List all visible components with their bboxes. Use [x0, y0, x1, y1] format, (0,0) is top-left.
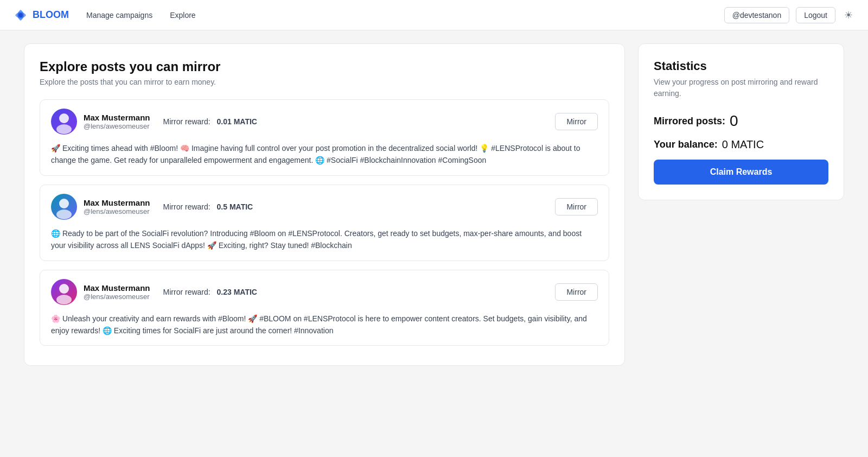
svg-point-6: [56, 295, 72, 304]
bloom-logo-icon: [13, 8, 28, 23]
author-name-2: Max Mustermann: [84, 198, 150, 207]
avatar-1: [51, 109, 77, 135]
logo-text: BLOOM: [33, 9, 69, 21]
post-body-3: 🌸 Unleash your creativity and earn rewar…: [51, 313, 598, 337]
author-handle-3: @lens/awesomeuser: [84, 293, 150, 301]
post-header-2: Max Mustermann @lens/awesomeuser Mirror …: [51, 194, 598, 220]
balance-value: 0 MATIC: [722, 138, 764, 151]
mirror-button-1[interactable]: Mirror: [555, 113, 598, 130]
post-header-1: Max Mustermann @lens/awesomeuser Mirror …: [51, 109, 598, 135]
mirrored-label: Mirrored posts:: [654, 116, 725, 127]
stats-panel: Statistics View your progress on post mi…: [638, 43, 844, 200]
navbar-right: @devtestanon Logout ☀: [724, 7, 855, 23]
reward-prefix-2: Mirror reward:: [163, 202, 210, 211]
svg-point-2: [56, 124, 72, 134]
balance-label: Your balance:: [654, 139, 718, 150]
svg-point-5: [59, 284, 69, 294]
author-handle-2: @lens/awesomeuser: [84, 207, 150, 215]
mirror-button-3[interactable]: Mirror: [555, 283, 598, 301]
svg-point-3: [59, 199, 69, 208]
post-card-3: Max Mustermann @lens/awesomeuser Mirror …: [40, 270, 609, 346]
post-header-3: Max Mustermann @lens/awesomeuser Mirror …: [51, 279, 598, 305]
main-content: Explore posts you can mirror Explore the…: [11, 30, 857, 379]
post-body-2: 🌐 Ready to be part of the SocialFi revol…: [51, 227, 598, 252]
author-handle-1: @lens/awesomeuser: [84, 122, 150, 130]
post-author-1: Max Mustermann @lens/awesomeuser: [51, 109, 150, 135]
mirrored-value: 0: [730, 112, 738, 130]
navbar: BLOOM Manage campaigns Explore @devtesta…: [0, 0, 868, 30]
post-author-3: Max Mustermann @lens/awesomeuser: [51, 279, 150, 305]
reward-prefix-1: Mirror reward:: [163, 117, 210, 126]
posts-panel: Explore posts you can mirror Explore the…: [24, 43, 625, 366]
post-card-2: Max Mustermann @lens/awesomeuser Mirror …: [40, 185, 609, 261]
posts-subtitle: Explore the posts that you can mirror to…: [40, 78, 609, 86]
reward-prefix-3: Mirror reward:: [163, 288, 210, 296]
post-author-2: Max Mustermann @lens/awesomeuser: [51, 194, 150, 220]
post-reward-3: Mirror reward: 0.23 MATIC: [163, 288, 556, 296]
posts-title: Explore posts you can mirror: [40, 59, 609, 74]
svg-point-1: [59, 113, 69, 123]
nav-manage-campaigns[interactable]: Manage campaigns: [86, 11, 152, 20]
author-info-1: Max Mustermann @lens/awesomeuser: [84, 113, 150, 130]
author-info-3: Max Mustermann @lens/awesomeuser: [84, 283, 150, 301]
post-reward-2: Mirror reward: 0.5 MATIC: [163, 202, 556, 211]
stats-subtitle: View your progress on post mirroring and…: [654, 77, 828, 99]
post-body-1: 🚀 Exciting times ahead with #Bloom! 🧠 Im…: [51, 142, 598, 167]
balance-row: Your balance: 0 MATIC: [654, 138, 828, 151]
post-reward-1: Mirror reward: 0.01 MATIC: [163, 117, 556, 126]
post-card-1: Max Mustermann @lens/awesomeuser Mirror …: [40, 99, 609, 176]
user-badge: @devtestanon: [724, 7, 790, 23]
svg-point-0: [18, 13, 23, 17]
theme-toggle-button[interactable]: ☀: [842, 7, 855, 23]
mirror-button-2[interactable]: Mirror: [555, 198, 598, 215]
stats-title: Statistics: [654, 59, 828, 73]
author-name-3: Max Mustermann: [84, 283, 150, 293]
author-info-2: Max Mustermann @lens/awesomeuser: [84, 198, 150, 215]
avatar-2: [51, 194, 77, 220]
mirrored-posts-row: Mirrored posts: 0: [654, 112, 828, 130]
navbar-left: BLOOM Manage campaigns Explore: [13, 8, 196, 23]
nav-explore[interactable]: Explore: [170, 11, 195, 20]
avatar-3: [51, 279, 77, 305]
claim-rewards-button[interactable]: Claim Rewards: [654, 160, 828, 185]
reward-amount-3: 0.23 MATIC: [217, 288, 257, 296]
reward-amount-1: 0.01 MATIC: [217, 117, 257, 126]
logo[interactable]: BLOOM: [13, 8, 69, 23]
logout-button[interactable]: Logout: [796, 7, 835, 23]
author-name-1: Max Mustermann: [84, 113, 150, 122]
svg-point-4: [56, 210, 72, 219]
reward-amount-2: 0.5 MATIC: [217, 202, 253, 211]
